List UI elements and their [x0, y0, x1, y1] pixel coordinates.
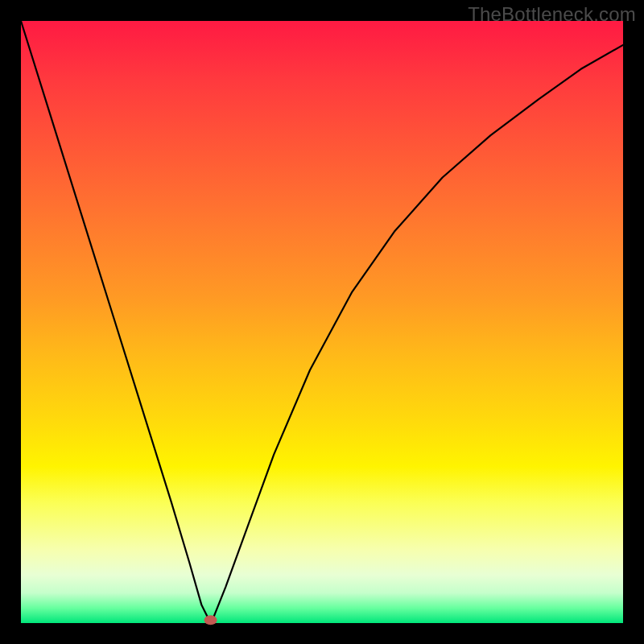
chart-frame: TheBottleneck.com	[0, 0, 644, 644]
min-marker	[204, 615, 217, 625]
bottleneck-curve	[21, 21, 623, 623]
plot-svg	[21, 21, 623, 623]
plot-area	[21, 21, 623, 623]
